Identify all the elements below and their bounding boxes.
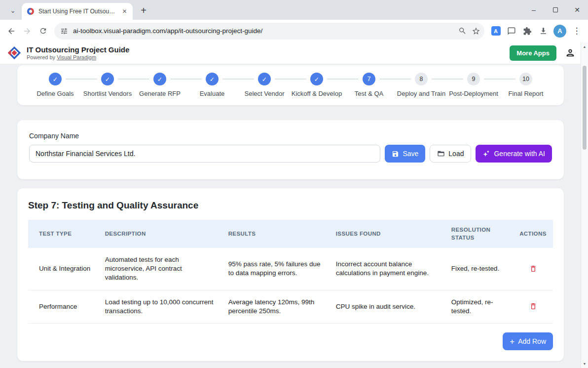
- step-check-icon: ✓: [49, 73, 62, 85]
- stepper-card: ✓ Define Goals ✓ Shortlist Vendors ✓ Gen…: [17, 65, 564, 105]
- add-row-button[interactable]: + Add Row: [503, 332, 553, 350]
- app-title: IT Outsourcing Project Guide: [27, 45, 129, 54]
- table-header-row: TEST TYPE DESCRIPTION RESULTS ISSUES FOU…: [28, 220, 553, 248]
- cell-results: 95% pass rate, 5% failures due to data m…: [222, 248, 330, 290]
- url-text: ai-toolbox.visual-paradigm.com/app/it-ou…: [73, 27, 453, 35]
- cell-test-type: Unit & Integration: [28, 248, 99, 290]
- powered-by: Powered by Visual Paradigm: [27, 54, 129, 60]
- generate-with-ai-button[interactable]: Generate with AI: [476, 145, 552, 163]
- plus-icon: +: [510, 337, 514, 346]
- cell-description: Automated tests for each microservice, A…: [99, 248, 222, 290]
- load-button[interactable]: Load: [430, 145, 471, 163]
- step7-card: Step 7: Testing and Quality Assurance TE…: [17, 188, 564, 361]
- tab-title: Start Using Free IT Outsourcing: [38, 8, 116, 15]
- site-favicon-icon: [27, 7, 35, 15]
- cell-issues: CPU spike in audit service.: [330, 290, 445, 323]
- step-number: 10: [519, 73, 532, 85]
- page-scrollbar[interactable]: ▲ ▼: [581, 42, 588, 368]
- site-settings-tune-icon[interactable]: [60, 27, 68, 35]
- col-actions: ACTIONS: [514, 220, 553, 248]
- step-kickoff-develop[interactable]: ✓ Kickoff & Develop: [291, 73, 343, 97]
- step-check-icon: ✓: [101, 73, 114, 85]
- company-name-label: Company Name: [29, 132, 552, 140]
- delete-row-trash-icon[interactable]: [527, 263, 539, 275]
- user-account-icon[interactable]: [563, 46, 577, 60]
- step-check-icon: ✓: [206, 73, 219, 85]
- new-tab-button[interactable]: +: [137, 3, 150, 17]
- more-apps-button[interactable]: More Apps: [510, 45, 556, 61]
- col-issues-found: ISSUES FOUND: [330, 220, 445, 248]
- page-content: ✓ Define Goals ✓ Shortlist Vendors ✓ Gen…: [0, 65, 588, 368]
- cell-results: Average latency 120ms, 99th percentile 2…: [222, 290, 330, 323]
- download-icon[interactable]: [536, 24, 551, 39]
- sparkles-icon: [482, 150, 490, 158]
- step-check-icon: ✓: [153, 73, 166, 85]
- translate-extension-icon[interactable]: A: [488, 24, 503, 39]
- forward-icon[interactable]: [20, 24, 35, 39]
- company-name-input[interactable]: [29, 145, 380, 163]
- step-final-report[interactable]: 10 Final Report: [500, 73, 552, 97]
- close-icon[interactable]: ✕: [566, 0, 588, 20]
- step-select-vendor[interactable]: ✓ Select Vendor: [238, 73, 291, 97]
- app-header: IT Outsourcing Project Guide Powered by …: [0, 42, 588, 64]
- step-define-goals[interactable]: ✓ Define Goals: [29, 73, 81, 97]
- tab-close-icon[interactable]: ✕: [120, 7, 129, 16]
- save-button[interactable]: Save: [385, 145, 425, 163]
- step-deploy-train[interactable]: 8 Deploy and Train: [395, 73, 447, 97]
- step-check-icon: ✓: [310, 73, 323, 85]
- cell-resolution: Fixed, re-tested.: [445, 248, 514, 290]
- comment-bubble-icon[interactable]: [504, 24, 519, 39]
- company-card: Company Name Save Load: [17, 120, 564, 179]
- visual-paradigm-logo: [7, 45, 22, 60]
- scroll-down-icon[interactable]: ▼: [581, 360, 588, 367]
- step-number: 7: [363, 73, 375, 85]
- step-evaluate[interactable]: ✓ Evaluate: [186, 73, 238, 97]
- cell-resolution: Optimized, re-tested.: [445, 290, 514, 323]
- browser-toolbar: ai-toolbox.visual-paradigm.com/app/it-ou…: [0, 20, 588, 42]
- step-number: 8: [415, 73, 428, 85]
- step-generate-rfp[interactable]: ✓ Generate RFP: [134, 73, 186, 97]
- step-test-qa[interactable]: 7 Test & QA: [343, 73, 395, 97]
- address-bar[interactable]: ai-toolbox.visual-paradigm.com/app/it-ou…: [54, 23, 484, 40]
- step-post-deployment[interactable]: 9 Post-Deployment: [447, 73, 500, 97]
- section-title: Step 7: Testing and Quality Assurance: [28, 200, 553, 211]
- folder-icon: [437, 150, 445, 158]
- table-row: Performance Load testing up to 10,000 co…: [28, 290, 553, 323]
- step-number: 9: [467, 73, 480, 85]
- back-icon[interactable]: [4, 24, 19, 39]
- col-test-type: TEST TYPE: [28, 220, 99, 248]
- table-row: Unit & Integration Automated tests for e…: [28, 248, 553, 290]
- save-icon: [392, 150, 399, 158]
- col-results: RESULTS: [222, 220, 330, 248]
- maximize-icon[interactable]: [545, 0, 566, 20]
- delete-row-trash-icon[interactable]: [527, 300, 539, 312]
- scrollbar-thumb[interactable]: [583, 66, 587, 150]
- col-resolution-status: RESOLUTION STATUS: [445, 220, 514, 248]
- cell-issues: Incorrect account balance calculations i…: [330, 248, 445, 290]
- qa-table: TEST TYPE DESCRIPTION RESULTS ISSUES FOU…: [28, 220, 553, 324]
- wizard-stepper: ✓ Define Goals ✓ Shortlist Vendors ✓ Gen…: [29, 73, 552, 97]
- tab-search-chevron-icon[interactable]: ⌄: [6, 3, 20, 17]
- cell-description: Load testing up to 10,000 concurrent tra…: [99, 290, 222, 323]
- browser-titlebar: ⌄ Start Using Free IT Outsourcing ✕ + – …: [0, 0, 588, 20]
- reload-icon[interactable]: [36, 24, 50, 39]
- browser-tab[interactable]: Start Using Free IT Outsourcing ✕: [22, 3, 133, 20]
- window-controls: – ✕: [523, 0, 588, 20]
- bookmark-star-icon[interactable]: [472, 27, 480, 36]
- profile-avatar[interactable]: A: [553, 25, 566, 38]
- app-title-block: IT Outsourcing Project Guide Powered by …: [27, 45, 129, 60]
- extensions-puzzle-icon[interactable]: [520, 24, 535, 39]
- step-shortlist-vendors[interactable]: ✓ Shortlist Vendors: [81, 73, 134, 97]
- scroll-up-icon[interactable]: ▲: [581, 43, 588, 50]
- step-check-icon: ✓: [258, 73, 271, 85]
- minimize-icon[interactable]: –: [523, 0, 545, 20]
- browser-menu-dots-icon[interactable]: ⋮: [569, 24, 584, 39]
- col-description: DESCRIPTION: [99, 220, 222, 248]
- zoom-magnifier-icon[interactable]: [458, 27, 467, 35]
- cell-test-type: Performance: [28, 290, 99, 323]
- powered-by-link[interactable]: Visual Paradigm: [57, 54, 96, 60]
